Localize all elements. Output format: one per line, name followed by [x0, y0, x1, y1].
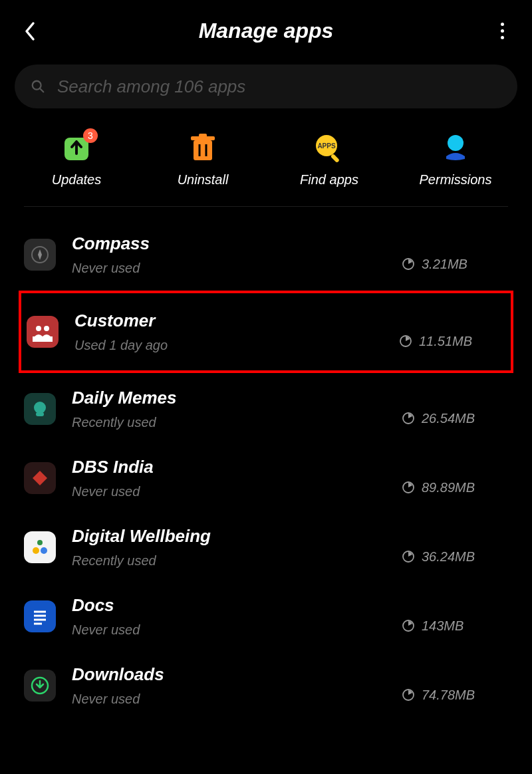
app-size: 36.24MB — [422, 549, 475, 565]
findapps-button[interactable]: APPS Find apps — [266, 134, 392, 188]
app-info: DBS IndiaNever used — [72, 457, 386, 499]
uninstall-label: Uninstall — [178, 172, 229, 188]
svg-point-19 — [34, 402, 46, 414]
svg-rect-3 — [194, 140, 212, 160]
permissions-icon — [441, 134, 470, 163]
compass-app-icon — [24, 239, 56, 271]
app-size-wrap: 3.21MB — [402, 257, 508, 272]
updates-button[interactable]: 3 Updates — [13, 134, 140, 188]
svg-rect-5 — [199, 134, 207, 138]
search-placeholder: Search among 106 apps — [57, 76, 245, 97]
app-info: Digital WellbeingRecently used — [72, 526, 386, 569]
app-size-wrap: 11.51MB — [399, 334, 505, 349]
search-icon — [31, 79, 45, 94]
app-size: 26.54MB — [422, 411, 475, 426]
app-info: Daily MemesRecently used — [72, 388, 386, 430]
app-name: DBS India — [72, 457, 386, 477]
app-size: 3.21MB — [422, 257, 467, 272]
app-list: CompassNever used3.21MBCustomerUsed 1 da… — [0, 220, 532, 720]
app-row[interactable]: Daily MemesRecently used26.54MB — [24, 374, 508, 444]
app-name: Customer — [74, 311, 383, 331]
app-name: Daily Memes — [72, 388, 386, 408]
app-usage: Never used — [72, 261, 386, 276]
dot-icon — [501, 23, 504, 26]
storage-icon — [402, 688, 415, 702]
app-row[interactable]: CustomerUsed 1 day ago11.51MB — [19, 291, 513, 373]
dot-icon — [501, 29, 504, 33]
app-usage: Recently used — [72, 553, 386, 569]
app-name: Digital Wellbeing — [72, 526, 386, 547]
app-row[interactable]: CompassNever used3.21MB — [24, 220, 508, 289]
more-options-button[interactable] — [492, 21, 512, 41]
storage-icon — [402, 257, 415, 271]
storage-icon — [402, 481, 415, 494]
svg-point-11 — [448, 135, 464, 151]
app-size: 89.89MB — [422, 480, 475, 495]
app-row[interactable]: Digital WellbeingRecently used36.24MB — [24, 513, 508, 582]
page-title: Manage apps — [40, 19, 492, 43]
storage-icon — [402, 412, 415, 425]
svg-point-16 — [44, 326, 49, 331]
updates-badge: 3 — [83, 128, 98, 143]
app-size-wrap: 143MB — [402, 618, 508, 634]
divider — [24, 206, 508, 207]
app-size: 11.51MB — [419, 334, 472, 349]
updates-label: Updates — [52, 172, 102, 188]
permissions-label: Permissions — [420, 172, 492, 188]
findapps-icon: APPS — [315, 134, 344, 163]
app-size-wrap: 74.78MB — [402, 688, 508, 703]
svg-rect-17 — [33, 336, 53, 342]
storage-icon — [402, 550, 415, 563]
app-usage: Used 1 day ago — [74, 338, 383, 353]
svg-rect-20 — [36, 412, 44, 416]
app-usage: Never used — [72, 692, 386, 707]
storage-icon — [399, 334, 412, 348]
app-size-wrap: 89.89MB — [402, 480, 508, 495]
app-usage: Never used — [72, 484, 386, 499]
header: Manage apps — [0, 0, 532, 57]
svg-point-24 — [37, 540, 43, 545]
svg-marker-22 — [33, 471, 47, 485]
chevron-left-icon — [24, 21, 36, 41]
app-info: DownloadsNever used — [72, 664, 386, 707]
findapps-label: Find apps — [300, 172, 358, 188]
app-info: CustomerUsed 1 day ago — [74, 311, 383, 353]
svg-point-25 — [33, 547, 39, 554]
app-name: Downloads — [72, 664, 386, 685]
dot-icon — [501, 36, 504, 39]
docs-app-icon — [24, 600, 56, 632]
dbs-app-icon — [24, 462, 56, 494]
app-name: Docs — [72, 595, 386, 616]
app-size: 74.78MB — [422, 688, 475, 703]
svg-marker-13 — [38, 249, 42, 260]
svg-point-26 — [41, 547, 47, 554]
app-size-wrap: 26.54MB — [402, 411, 508, 426]
search-input[interactable]: Search among 106 apps — [15, 64, 517, 108]
trash-icon — [188, 134, 217, 163]
app-row[interactable]: DBS IndiaNever used89.89MB — [24, 444, 508, 513]
app-size: 143MB — [422, 618, 464, 634]
svg-rect-10 — [331, 154, 340, 163]
action-row: 3 Updates Uninstall APPS Find apps — [0, 127, 532, 206]
app-info: CompassNever used — [72, 233, 386, 276]
wellbeing-app-icon — [24, 531, 56, 563]
customer-app-icon — [27, 316, 59, 348]
app-usage: Recently used — [72, 415, 386, 430]
permissions-button[interactable]: Permissions — [392, 134, 519, 188]
app-row[interactable]: DocsNever used143MB — [24, 582, 508, 651]
svg-point-15 — [36, 326, 41, 331]
back-button[interactable] — [20, 21, 40, 41]
memes-app-icon — [24, 393, 56, 425]
app-usage: Never used — [72, 622, 386, 638]
svg-line-1 — [40, 88, 44, 92]
updates-icon: 3 — [62, 134, 91, 163]
app-info: DocsNever used — [72, 595, 386, 638]
svg-text:APPS: APPS — [317, 142, 336, 150]
app-name: Compass — [72, 233, 386, 254]
downloads-app-icon — [24, 670, 56, 702]
uninstall-button[interactable]: Uninstall — [140, 134, 266, 188]
app-size-wrap: 36.24MB — [402, 549, 508, 565]
app-row[interactable]: DownloadsNever used74.78MB — [24, 651, 508, 720]
storage-icon — [402, 619, 415, 632]
